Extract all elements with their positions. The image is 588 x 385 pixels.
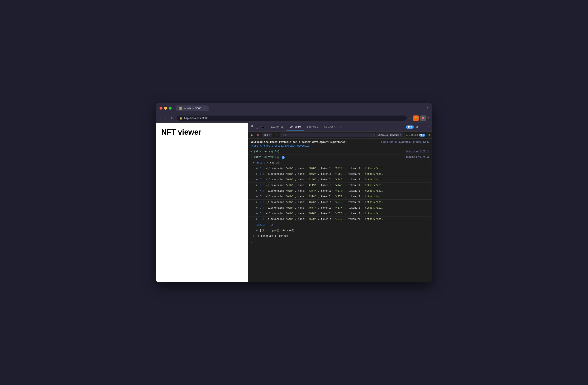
devtools-close-button[interactable]: × xyxy=(427,125,430,130)
eye-button[interactable]: 👁 xyxy=(273,133,279,137)
proto-array-arrow[interactable]: ▶ xyxy=(256,229,258,232)
reload-button[interactable]: ↻ xyxy=(169,115,175,121)
console-badge: 💬 1 xyxy=(406,126,414,128)
back-button[interactable]: ‹ xyxy=(159,115,162,121)
devtools-settings-button[interactable]: ⚙ xyxy=(415,125,419,130)
active-tab[interactable]: 🔒 localhost:3000 × xyxy=(176,106,209,111)
url-text: http://localhost:3000 xyxy=(184,116,404,120)
traffic-lights xyxy=(160,107,172,110)
page-title: NFT viewer xyxy=(161,128,243,137)
close-button[interactable] xyxy=(160,107,163,110)
console-message-2: ▼ {nfts: Array(10)} i index.tsx?07ff:11 xyxy=(248,154,432,160)
levels-arrow: ▾ xyxy=(400,133,401,137)
console-toolbar: ▶ ⊘ top ▾ 👁 Default levels ▾ 1 Issue: 💬 … xyxy=(248,131,432,139)
more-tabs-button[interactable]: » xyxy=(338,125,343,129)
length-value: 10 xyxy=(270,223,273,227)
main-content: NFT viewer ⬚ 📱 xyxy=(156,123,432,282)
nav-bar: ‹ › ↻ 🔒 http://localhost:3000 ☆ 🦁 👛 ≡ xyxy=(156,114,432,123)
nft-item-5: ▶ 5 : {blockchain: 'eth' , name: '4378' … xyxy=(248,194,432,200)
console-source-0[interactable]: react-dom.development.js?ac89:29840 xyxy=(381,140,429,144)
url-bar[interactable]: 🔒 http://localhost:3000 xyxy=(176,115,407,121)
prompt-arrow: › xyxy=(251,241,252,244)
nft-item-0-arrow[interactable]: ▶ xyxy=(256,167,258,170)
minimize-button[interactable] xyxy=(164,107,167,110)
devtools-more-button[interactable]: ⋮ xyxy=(420,125,425,130)
nfts-object-collapsed: {nfts: Array(10)} xyxy=(254,150,279,153)
new-tab-button[interactable]: + xyxy=(211,106,213,110)
console-source-2[interactable]: index.tsx?07ff:11 xyxy=(406,155,429,159)
nft-item-1: ▶ 1 : {blockchain: 'eth' , name: '4052' … xyxy=(248,171,432,177)
device-toolbar-icon[interactable]: 📱 xyxy=(260,124,266,130)
nft-item-3: ▶ 3 : {blockchain: 'eth' , name: '4149' … xyxy=(248,183,432,188)
tab-sources[interactable]: Sources xyxy=(304,124,321,130)
devtools-message-text: Download the React DevTools for a better… xyxy=(251,141,347,144)
console-message-0: Download the React DevTools for a better… xyxy=(248,139,432,149)
maximize-button[interactable] xyxy=(169,107,172,110)
devtools-actions: 💬 1 ⚙ ⋮ × xyxy=(406,125,430,130)
proto-obj-arrow[interactable]: ▶ xyxy=(253,234,254,238)
context-selector[interactable]: top ▾ xyxy=(262,133,272,137)
nft-item-7: ▶ 7 : {blockchain: 'eth' , name: '4677' … xyxy=(248,205,432,211)
levels-label: Default levels xyxy=(378,134,399,137)
expand-arrow-2[interactable]: ▼ xyxy=(251,156,252,158)
nft-item-6-arrow[interactable]: ▶ xyxy=(256,200,258,204)
execute-button[interactable]: ▶ xyxy=(250,133,254,137)
levels-selector[interactable]: Default levels ▾ xyxy=(376,133,403,137)
filter-input[interactable] xyxy=(280,133,375,137)
nft-item-2-arrow[interactable]: ▶ xyxy=(256,178,258,181)
tab-favicon: 🔒 xyxy=(179,107,182,110)
brave-wallet-icon[interactable]: 👛 xyxy=(420,115,426,121)
nfts-object-expanded: {nfts: Array(10)} xyxy=(254,156,279,159)
tab-elements[interactable]: Elements xyxy=(268,124,287,130)
browser-window: 🔒 localhost:3000 × + ≡ ‹ › ↻ 🔒 http://lo… xyxy=(156,103,432,282)
window-menu[interactable]: ≡ xyxy=(427,106,428,110)
toolbar-gear-button[interactable]: ⚙ xyxy=(428,133,430,137)
devtools-link[interactable]: https://reactjs.org/link/react-devtools xyxy=(251,145,309,148)
context-label: top xyxy=(264,134,268,137)
nft-item-4-arrow[interactable]: ▶ xyxy=(256,189,258,193)
devtools-tab-bar: ⬚ 📱 Elements Console Sources Network » xyxy=(248,123,432,131)
console-output[interactable]: Download the React DevTools for a better… xyxy=(248,139,432,282)
issue-badge[interactable]: 1 Issue: 💬 1 xyxy=(404,133,427,137)
context-arrow: ▾ xyxy=(269,133,270,137)
element-picker-icon[interactable]: ⬚ xyxy=(250,124,259,130)
nft-item-5-arrow[interactable]: ▶ xyxy=(256,195,258,198)
console-prompt[interactable]: › xyxy=(248,239,432,246)
tab-network[interactable]: Network xyxy=(321,124,338,130)
nft-item-7-arrow[interactable]: ▶ xyxy=(256,206,258,210)
issue-label: 1 Issue: xyxy=(406,134,418,137)
console-message-1: ▶ {nfts: Array(10)} index.tsx?07ff:11 xyxy=(248,149,432,154)
block-button[interactable]: ⊘ xyxy=(255,133,260,137)
nft-item-4: ▶ 4 : {blockchain: 'eth' , name: '4374' … xyxy=(248,188,432,194)
bookmark-button[interactable]: ☆ xyxy=(409,116,412,120)
nft-item-9-arrow[interactable]: ▶ xyxy=(256,217,258,221)
nft-item-3-arrow[interactable]: ▶ xyxy=(256,184,258,187)
nft-item-2: ▶ 2 : {blockchain: 'eth' , name: '4146' … xyxy=(248,177,432,183)
issue-count: 💬 1 xyxy=(419,134,425,137)
console-source-1[interactable]: index.tsx?07ff:11 xyxy=(406,150,429,153)
nft-item-6: ▶ 6 : {blockchain: 'eth' , name: '4676' … xyxy=(248,200,432,205)
nfts-array-key: nfts xyxy=(256,161,262,164)
tab-close-button[interactable]: × xyxy=(204,107,205,110)
prototype-array: ▶ [[Prototype]]: Array(0) xyxy=(248,228,432,234)
forward-button[interactable]: › xyxy=(164,115,168,121)
browser-menu-button[interactable]: ≡ xyxy=(427,116,429,120)
length-key: length xyxy=(256,223,265,227)
nft-item-9: ▶ 9 : {blockchain: 'eth' , name: '4679' … xyxy=(248,216,432,222)
nft-item-1-arrow[interactable]: ▶ xyxy=(256,172,258,176)
brave-shield-icon[interactable]: 🦁 xyxy=(413,115,419,121)
tab-console[interactable]: Console xyxy=(287,124,304,130)
prototype-object: ▶ [[Prototype]]: Object xyxy=(248,234,432,239)
proto-obj-label: [[Prototype]]: Object xyxy=(257,234,288,238)
nft-item-8-arrow[interactable]: ▶ xyxy=(256,212,258,215)
devtools-tool-icons: ⬚ 📱 xyxy=(250,124,266,130)
nfts-expand-arrow[interactable]: ▼ xyxy=(253,162,254,164)
expand-arrow-1[interactable]: ▶ xyxy=(251,150,252,153)
tab-bar: 🔒 localhost:3000 × + xyxy=(176,106,424,111)
svg-rect-0 xyxy=(251,125,252,127)
nft-item-0: ▶ 0 : {blockchain: 'eth' , name: '3870' … xyxy=(248,166,432,171)
devtools-panel: ⬚ 📱 Elements Console Sources Network » xyxy=(248,123,432,282)
nft-item-8: ▶ 8 : {blockchain: 'eth' , name: '4678' … xyxy=(248,211,432,216)
info-icon: i xyxy=(282,156,285,159)
webpage-area: NFT viewer xyxy=(156,123,248,282)
